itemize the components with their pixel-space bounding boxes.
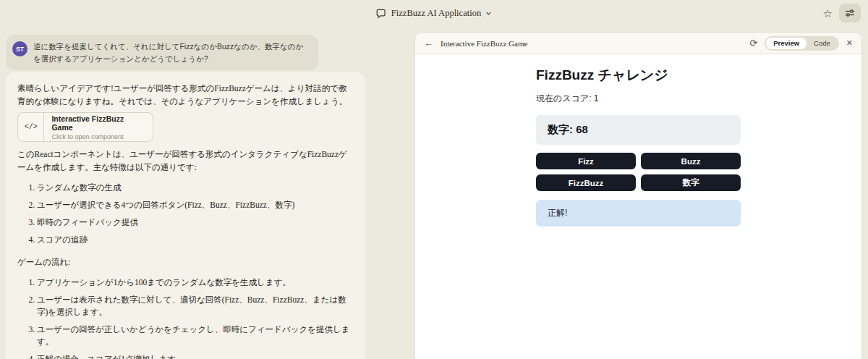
top-bar: FizzBuzz AI Application ☆ xyxy=(0,0,868,26)
artifact-card-texts: Interactive FizzBuzz Game Click to open … xyxy=(44,113,153,141)
feature-item: ユーザーが選択できる4つの回答ボタン(Fizz、Buzz、FizzBuzz、数字… xyxy=(37,199,354,211)
sliders-icon xyxy=(845,9,855,17)
refresh-icon-button[interactable]: ⟳ xyxy=(749,38,757,48)
conversation-title-dropdown[interactable]: FizzBuzz AI Application xyxy=(376,0,492,26)
flow-item: 正解の場合、スコアが1点増加します。 xyxy=(37,353,354,359)
flow-item: アプリケーションが1から100までのランダムな数字を生成します。 xyxy=(37,276,354,289)
fizzbuzz-game: FizzBuzz チャレンジ 現在のスコア: 1 数字: 68 Fizz Buz… xyxy=(536,54,741,227)
chat-bubble-icon xyxy=(376,8,387,19)
back-arrow-button[interactable]: ← xyxy=(424,38,433,48)
conversation-title: FizzBuzz AI Application xyxy=(391,8,481,19)
user-message: ST 逆に数字を提案してくれて、それに対してFizzなのかBuzzなのか、数字な… xyxy=(6,35,318,70)
settings-button[interactable] xyxy=(839,4,861,22)
top-bar-actions: ☆ xyxy=(822,3,861,23)
artifact-panel: ← Interactive FizzBuzz Game ⟳ Preview Co… xyxy=(414,32,862,359)
answer-button-grid: Fizz Buzz FizzBuzz 数字 xyxy=(536,153,741,191)
artifact-card-subtitle: Click to open component xyxy=(51,133,145,140)
flow-heading: ゲームの流れ: xyxy=(17,256,354,269)
tab-preview[interactable]: Preview xyxy=(766,38,807,49)
artifact-card-title: Interactive FizzBuzz Game xyxy=(51,114,145,132)
fizzbuzz-button[interactable]: FizzBuzz xyxy=(536,174,636,191)
current-number-box: 数字: 68 xyxy=(536,115,741,145)
feature-item: 即時のフィードバック提供 xyxy=(37,216,354,229)
feature-item: ランダムな数字の生成 xyxy=(37,182,354,194)
game-title: FizzBuzz チャレンジ xyxy=(536,66,741,85)
artifact-card[interactable]: </> Interactive FizzBuzz Game Click to o… xyxy=(17,112,153,142)
assistant-intro: 素晴らしいアイデアです!ユーザーが回答する形式のFizzBuzzゲームは、より対… xyxy=(17,83,354,108)
feature-item: スコアの追跡 xyxy=(37,234,354,246)
assistant-description: このReactコンポーネントは、ユーザーが回答する形式のインタラクティブなFiz… xyxy=(17,148,354,174)
fizz-button[interactable]: Fizz xyxy=(536,153,636,169)
feedback-box: 正解! xyxy=(536,200,741,227)
chevron-down-icon xyxy=(485,10,492,17)
assistant-message: 素晴らしいアイデアです!ユーザーが回答する形式のFizzBuzzゲームは、より対… xyxy=(6,72,365,359)
artifact-panel-header: ← Interactive FizzBuzz Game ⟳ Preview Co… xyxy=(415,33,861,54)
preview-code-toggle: Preview Code xyxy=(765,36,839,51)
feature-list: ランダムな数字の生成 ユーザーが選択できる4つの回答ボタン(Fizz、Buzz、… xyxy=(17,182,354,246)
buzz-button[interactable]: Buzz xyxy=(641,153,741,169)
flow-item: ユーザーの回答が正しいかどうかをチェックし、即時にフィードバックを提供します。 xyxy=(37,324,354,348)
flow-list: アプリケーションが1から100までのランダムな数字を生成します。 ユーザーは表示… xyxy=(17,276,354,359)
artifact-preview-content: FizzBuzz チャレンジ 現在のスコア: 1 数字: 68 Fizz Buz… xyxy=(415,54,861,359)
score-text: 現在のスコア: 1 xyxy=(536,93,741,105)
artifact-icon-box: </> xyxy=(18,113,44,141)
code-icon: </> xyxy=(25,123,38,131)
user-message-text: 逆に数字を提案してくれて、それに対してFizzなのかBuzzなのか、数字なのかを… xyxy=(33,41,308,64)
tab-code[interactable]: Code xyxy=(807,38,838,49)
flow-item: ユーザーは表示された数字に対して、適切な回答(Fizz、Buzz、FizzBuz… xyxy=(37,294,354,318)
star-button[interactable]: ☆ xyxy=(822,7,834,20)
number-button[interactable]: 数字 xyxy=(641,174,741,191)
user-avatar: ST xyxy=(12,41,27,56)
close-icon-button[interactable]: ✕ xyxy=(846,39,853,47)
artifact-panel-title: Interactive FizzBuzz Game xyxy=(441,39,527,48)
